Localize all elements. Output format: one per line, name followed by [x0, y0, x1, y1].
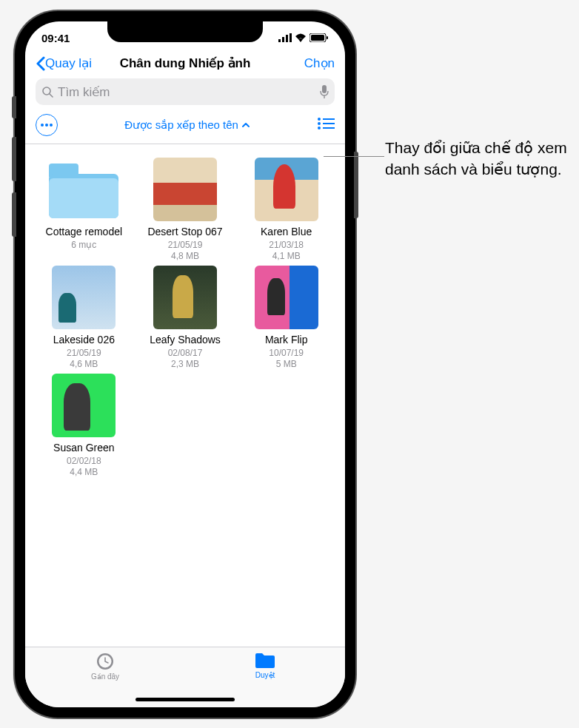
wifi-icon — [295, 33, 307, 42]
item-date: 21/05/19 — [135, 240, 235, 252]
tab-label: Duyệt — [255, 671, 275, 679]
cellular-icon — [278, 33, 292, 42]
svg-point-12 — [50, 124, 53, 127]
folder-icon — [49, 162, 118, 218]
search-input[interactable]: Tìm kiếm — [36, 78, 335, 105]
svg-point-17 — [318, 127, 321, 129]
svg-rect-0 — [278, 39, 281, 42]
item-size: 5 MB — [236, 359, 336, 371]
thumbnail — [153, 158, 217, 221]
tab-label: Gần đây — [91, 673, 119, 681]
item-date: 02/02/18 — [34, 456, 134, 468]
volume-up-button — [12, 137, 16, 181]
sort-button[interactable]: Được sắp xếp theo tên — [124, 118, 250, 132]
power-button — [354, 152, 358, 218]
svg-rect-5 — [311, 35, 324, 41]
folder-icon — [254, 652, 276, 670]
svg-point-13 — [318, 118, 321, 121]
select-button[interactable]: Chọn — [304, 55, 335, 71]
item-name: Lakeside 026 — [34, 334, 134, 346]
chevron-up-icon — [241, 122, 250, 128]
svg-line-8 — [50, 94, 53, 97]
callout-line — [324, 156, 384, 157]
notch — [107, 21, 263, 42]
svg-rect-18 — [323, 127, 335, 129]
thumbnail — [52, 266, 116, 329]
volume-down-button — [12, 192, 16, 237]
callout-text: Thay đổi giữa chế độ xem danh sách và bi… — [385, 137, 570, 181]
clock-icon — [96, 652, 115, 671]
svg-point-11 — [45, 124, 48, 127]
item-date: 10/07/19 — [236, 348, 336, 360]
status-icons — [278, 33, 329, 42]
item-size: 2,3 MB — [135, 359, 235, 371]
more-button[interactable] — [36, 114, 58, 136]
item-name: Desert Stop 067 — [135, 226, 235, 238]
file-grid: Cottage remodel 6 mục Desert Stop 067 21… — [25, 144, 345, 492]
item-name: Cottage remodel — [34, 226, 134, 238]
file-item[interactable]: Leafy Shadows 02/08/17 2,3 MB — [135, 266, 235, 371]
search-icon — [41, 86, 53, 98]
svg-rect-6 — [327, 36, 328, 39]
item-size: 4,4 MB — [34, 467, 134, 479]
ellipsis-icon — [41, 124, 53, 127]
item-date: 02/08/17 — [135, 348, 235, 360]
file-item[interactable]: Lakeside 026 21/05/19 4,6 MB — [34, 266, 134, 371]
svg-rect-16 — [323, 123, 335, 124]
thumbnail — [52, 374, 116, 437]
file-item[interactable]: Susan Green 02/02/18 4,4 MB — [34, 374, 134, 479]
item-name: Mark Flip — [236, 334, 336, 346]
item-name: Leafy Shadows — [135, 334, 235, 346]
toolbar: Được sắp xếp theo tên — [25, 111, 345, 144]
thumbnail — [255, 266, 318, 329]
svg-rect-2 — [286, 35, 288, 42]
page-title: Chân dung Nhiếp ảnh — [120, 55, 251, 71]
folder-item[interactable]: Cottage remodel 6 mục — [34, 158, 134, 263]
home-indicator[interactable] — [135, 698, 235, 701]
svg-rect-9 — [322, 85, 327, 93]
item-name: Karen Blue — [236, 226, 336, 238]
mic-icon[interactable] — [320, 85, 329, 98]
thumbnail — [153, 266, 217, 329]
screen: 09:41 Quay lại Chân dung Nhiếp ảnh Chọn … — [25, 21, 345, 707]
nav-bar: Quay lại Chân dung Nhiếp ảnh Chọn — [25, 54, 345, 75]
list-icon — [317, 117, 335, 130]
item-name: Susan Green — [34, 442, 134, 454]
file-item[interactable]: Desert Stop 067 21/05/19 4,8 MB — [135, 158, 235, 263]
chevron-left-icon — [36, 56, 45, 71]
item-meta: 6 mục — [34, 240, 134, 252]
back-label: Quay lại — [45, 55, 92, 71]
svg-rect-14 — [323, 118, 335, 120]
item-date: 21/03/18 — [236, 240, 336, 252]
svg-rect-3 — [290, 33, 292, 42]
back-button[interactable]: Quay lại — [36, 55, 92, 71]
item-date: 21/05/19 — [34, 348, 134, 360]
battery-icon — [309, 33, 329, 42]
view-toggle-button[interactable] — [317, 117, 335, 133]
silent-switch — [12, 96, 16, 118]
status-time: 09:41 — [41, 32, 70, 44]
item-size: 4,1 MB — [236, 251, 336, 263]
search-placeholder: Tìm kiếm — [58, 84, 320, 100]
item-size: 4,8 MB — [135, 251, 235, 263]
phone-frame: 09:41 Quay lại Chân dung Nhiếp ảnh Chọn … — [15, 11, 355, 718]
svg-rect-1 — [282, 37, 284, 42]
file-item[interactable]: Mark Flip 10/07/19 5 MB — [236, 266, 336, 371]
item-size: 4,6 MB — [34, 359, 134, 371]
sort-label: Được sắp xếp theo tên — [124, 118, 238, 132]
thumbnail — [255, 158, 318, 221]
svg-point-10 — [41, 124, 44, 127]
svg-point-15 — [318, 122, 321, 125]
file-item[interactable]: Karen Blue 21/03/18 4,1 MB — [236, 158, 336, 263]
